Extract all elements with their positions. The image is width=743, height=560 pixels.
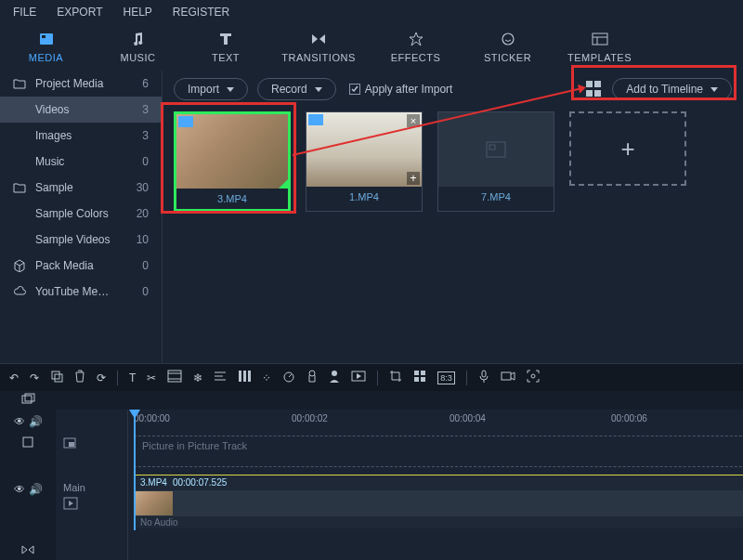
focus-button[interactable] (527, 370, 540, 385)
sidebar-youtube-media[interactable]: YouTube Me… 0 (0, 279, 162, 305)
svg-rect-8 (52, 371, 59, 379)
svg-rect-27 (421, 377, 425, 382)
pip-icon (63, 437, 76, 449)
import-dropzone[interactable]: + (569, 111, 686, 186)
mic-button[interactable] (478, 370, 489, 385)
mosaic-button[interactable] (413, 370, 426, 385)
pip-track[interactable]: Picture in Picture Track (128, 436, 743, 467)
sidebar-sample-colors[interactable]: Sample Colors 20 (0, 201, 162, 227)
edit-points-button[interactable]: ⁘ (262, 371, 271, 384)
timeline-toolbar: ↶ ↷ ⟳ T ✂ ❄ ⁘ 8:3 (0, 363, 743, 391)
svg-rect-7 (489, 145, 495, 150)
color-button[interactable] (306, 370, 318, 385)
track-main-visibility[interactable]: 👁🔊 (14, 483, 43, 496)
sidebar-music[interactable]: Music 0 (0, 149, 162, 175)
film-button[interactable] (167, 370, 182, 385)
effects-icon (370, 30, 462, 48)
add-to-timeline-button[interactable]: Add to Timeline (612, 78, 732, 100)
delete-button[interactable] (74, 370, 85, 385)
svg-rect-0 (40, 33, 53, 45)
sidebar-sample[interactable]: Sample 30 (0, 175, 162, 201)
main-tabs: MEDIA MUSIC TEXT TRANSITIONS EFFECTS STI… (0, 24, 743, 71)
menu-help[interactable]: HELP (123, 6, 151, 19)
add-icon[interactable]: + (407, 172, 420, 185)
folder-icon (13, 182, 28, 193)
sidebar-sample-videos[interactable]: Sample Videos 10 (0, 227, 162, 253)
timeline-ruler[interactable]: 00:00:00 00:00:02 00:00:04 00:00:06 (128, 410, 743, 432)
svg-point-2 (502, 33, 514, 45)
text-icon (184, 30, 267, 48)
pip-track-label (56, 432, 127, 454)
sidebar-videos[interactable]: Videos 3 (0, 97, 162, 123)
svg-rect-10 (168, 371, 181, 382)
svg-rect-33 (23, 437, 33, 447)
media-item-3mp4[interactable]: 3.MP4 (174, 111, 291, 212)
tab-templates[interactable]: TEMPLATES (554, 24, 645, 71)
redo-button[interactable]: ↷ (30, 371, 39, 384)
timeline-tracks[interactable]: 00:00:00 00:00:02 00:00:04 00:00:06 Pict… (128, 410, 743, 560)
freeze-button[interactable]: ❄ (193, 371, 202, 384)
timeline-panel: 👁🔊 👁🔊 Main 00:00:00 00:00:02 00:00:04 00… (0, 410, 743, 560)
play-button[interactable] (351, 371, 366, 384)
menu-export[interactable]: EXPORT (57, 6, 102, 19)
svg-rect-3 (593, 33, 607, 45)
sidebar-images[interactable]: Images 3 (0, 123, 162, 149)
track-options-icon[interactable] (21, 436, 34, 451)
svg-rect-28 (482, 371, 486, 377)
person-button[interactable] (329, 370, 340, 385)
tab-effects[interactable]: EFFECTS (370, 24, 462, 71)
svg-rect-31 (22, 396, 32, 403)
media-item-1mp4[interactable]: × + 1.MP4 (306, 111, 423, 212)
camera-button[interactable] (501, 371, 515, 384)
sidebar-pack-media[interactable]: Pack Media 0 (0, 253, 162, 279)
menu-register[interactable]: REGISTER (173, 6, 229, 19)
svg-rect-35 (69, 442, 74, 447)
cut-button[interactable]: ✂ (147, 371, 156, 384)
media-item-7mp4[interactable]: 7.MP4 (437, 111, 554, 212)
action-bar: Import Record Apply after Import Add to … (174, 78, 732, 100)
columns-button[interactable] (238, 370, 251, 385)
import-button[interactable]: Import (174, 78, 248, 100)
media-content: Import Record Apply after Import Add to … (163, 71, 743, 363)
package-icon (13, 259, 28, 272)
transition-track-icon[interactable] (20, 544, 35, 558)
media-icon (0, 30, 92, 48)
speed-button[interactable] (282, 370, 295, 385)
layers-icon[interactable] (20, 393, 35, 409)
checkmark-icon (277, 177, 288, 189)
svg-point-22 (332, 371, 337, 376)
play-icon[interactable] (63, 497, 78, 512)
tab-music[interactable]: MUSIC (92, 24, 184, 71)
tab-text[interactable]: TEXT (184, 24, 267, 71)
ratio-button[interactable]: 8:3 (437, 371, 455, 384)
crop-button[interactable] (389, 370, 402, 385)
pip-drop-area[interactable]: Picture in Picture Track (134, 436, 743, 467)
apply-after-import-checkbox[interactable]: Apply after Import (349, 83, 453, 96)
refresh-button[interactable]: ⟳ (97, 371, 106, 384)
align-button[interactable] (214, 371, 227, 384)
svg-rect-1 (42, 35, 46, 38)
tab-media[interactable]: MEDIA (0, 24, 92, 71)
main-area: Project Media 6 Videos 3 Images 3 Music … (0, 71, 743, 363)
record-button[interactable]: Record (257, 78, 336, 100)
sidebar-project-media[interactable]: Project Media 6 (0, 71, 162, 97)
svg-rect-25 (421, 371, 425, 375)
transitions-icon (267, 30, 370, 48)
checkbox-icon (349, 84, 360, 95)
chevron-down-icon (315, 87, 322, 92)
playhead[interactable] (134, 410, 136, 530)
track-visibility-icon[interactable]: 👁🔊 (14, 415, 43, 428)
svg-point-21 (309, 371, 315, 376)
copy-button[interactable] (50, 370, 63, 385)
svg-rect-9 (55, 374, 62, 382)
tab-transitions[interactable]: TRANSITIONS (267, 24, 370, 71)
undo-button[interactable]: ↶ (9, 371, 19, 384)
chevron-down-icon (227, 87, 234, 92)
close-icon[interactable]: × (407, 114, 420, 127)
view-grid-button[interactable] (586, 81, 603, 98)
timeline-clip-3mp4[interactable]: 3.MP4 00:00:07.525 No Audio (134, 475, 743, 528)
text-tool-button[interactable]: T (129, 371, 136, 384)
svg-point-30 (531, 374, 535, 378)
menu-file[interactable]: FILE (13, 6, 36, 19)
tab-sticker[interactable]: STICKER (462, 24, 554, 71)
